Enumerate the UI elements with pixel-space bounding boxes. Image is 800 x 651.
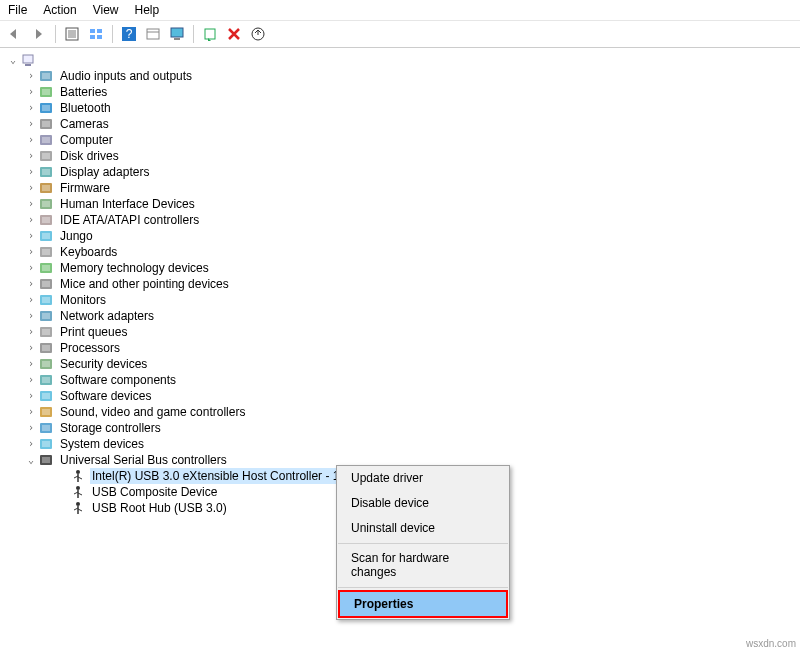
svg-point-70 <box>76 486 80 490</box>
category-icon <box>38 292 54 308</box>
expand-icon[interactable]: › <box>24 308 38 324</box>
tree-item[interactable]: ›Print queues <box>24 324 800 340</box>
svg-rect-35 <box>42 217 50 223</box>
tree-item[interactable]: ›IDE ATA/ATAPI controllers <box>24 212 800 228</box>
tree-item[interactable]: ›Security devices <box>24 356 800 372</box>
action-button[interactable] <box>142 23 164 45</box>
svg-rect-14 <box>23 55 33 63</box>
categories-button[interactable] <box>85 23 107 45</box>
tree-item[interactable]: ›Software devices <box>24 388 800 404</box>
menu-help[interactable]: Help <box>135 3 160 17</box>
tree-item[interactable]: ›Monitors <box>24 292 800 308</box>
expand-icon[interactable]: › <box>24 164 38 180</box>
tree-item[interactable]: ›Human Interface Devices <box>24 196 800 212</box>
usb-icon <box>70 468 86 484</box>
collapse-icon[interactable]: ⌄ <box>6 52 20 68</box>
svg-rect-10 <box>171 28 183 37</box>
expand-icon[interactable]: › <box>24 436 38 452</box>
expand-icon[interactable]: › <box>24 372 38 388</box>
expand-icon[interactable]: › <box>24 68 38 84</box>
update-button[interactable] <box>247 23 269 45</box>
category-icon <box>38 164 54 180</box>
tree-item[interactable]: ›Audio inputs and outputs <box>24 68 800 84</box>
context-properties[interactable]: Properties <box>338 590 508 618</box>
category-icon <box>38 372 54 388</box>
context-scan-hardware[interactable]: Scan for hardware changes <box>337 546 509 585</box>
collapse-icon[interactable]: ⌄ <box>24 452 38 468</box>
view-button[interactable] <box>166 23 188 45</box>
tree-item[interactable]: ›Keyboards <box>24 244 800 260</box>
context-disable-device[interactable]: Disable device <box>337 491 509 516</box>
expand-icon[interactable]: › <box>24 196 38 212</box>
svg-rect-45 <box>42 297 50 303</box>
category-icon <box>38 244 54 260</box>
svg-rect-65 <box>42 457 50 463</box>
expand-icon[interactable]: › <box>24 132 38 148</box>
expand-icon[interactable]: › <box>24 244 38 260</box>
tree-item[interactable]: ›Mice and other pointing devices <box>24 276 800 292</box>
tree-item[interactable]: ›Disk drives <box>24 148 800 164</box>
usb-icon <box>70 484 86 500</box>
tree-item[interactable]: ›Cameras <box>24 116 800 132</box>
tree-item-label: Computer <box>58 132 115 148</box>
scan-button[interactable] <box>199 23 221 45</box>
expand-icon[interactable]: › <box>24 148 38 164</box>
tree-item[interactable]: ›Processors <box>24 340 800 356</box>
tree-item-label: Software components <box>58 372 178 388</box>
help-button[interactable]: ? <box>118 23 140 45</box>
expand-icon[interactable]: › <box>24 388 38 404</box>
category-icon <box>38 196 54 212</box>
expand-icon[interactable]: › <box>24 404 38 420</box>
expand-icon[interactable]: › <box>24 324 38 340</box>
usb-icon <box>70 500 86 516</box>
tree-item[interactable]: ›Computer <box>24 132 800 148</box>
category-icon <box>38 308 54 324</box>
svg-rect-43 <box>42 281 50 287</box>
context-update-driver[interactable]: Update driver <box>337 466 509 491</box>
expand-icon[interactable]: › <box>24 260 38 276</box>
tree-item[interactable]: ›Memory technology devices <box>24 260 800 276</box>
svg-rect-11 <box>174 38 180 40</box>
svg-rect-12 <box>205 29 215 39</box>
expand-icon[interactable]: › <box>24 356 38 372</box>
back-button[interactable] <box>4 23 26 45</box>
category-icon <box>38 340 54 356</box>
tree-item[interactable]: ›Display adapters <box>24 164 800 180</box>
expand-icon[interactable]: › <box>24 212 38 228</box>
expand-icon[interactable]: › <box>24 340 38 356</box>
tree-item-label: Intel(R) USB 3.0 eXtensible Host Control… <box>90 468 369 484</box>
tree-item-label: Network adapters <box>58 308 156 324</box>
expand-icon[interactable]: › <box>24 84 38 100</box>
tree-item[interactable]: ›Bluetooth <box>24 100 800 116</box>
expand-icon[interactable]: › <box>24 276 38 292</box>
tree-item[interactable]: ›System devices <box>24 436 800 452</box>
expand-icon[interactable]: › <box>24 420 38 436</box>
tree-item[interactable]: ›Storage controllers <box>24 420 800 436</box>
forward-button[interactable] <box>28 23 50 45</box>
svg-point-66 <box>76 470 80 474</box>
category-icon <box>38 212 54 228</box>
category-icon <box>38 404 54 420</box>
menu-action[interactable]: Action <box>43 3 76 17</box>
svg-rect-55 <box>42 377 50 383</box>
category-icon <box>38 116 54 132</box>
remove-button[interactable] <box>223 23 245 45</box>
tree-item[interactable]: ›Batteries <box>24 84 800 100</box>
svg-rect-5 <box>97 35 102 39</box>
show-hidden-button[interactable] <box>61 23 83 45</box>
expand-icon[interactable]: › <box>24 100 38 116</box>
tree-item[interactable]: ›Firmware <box>24 180 800 196</box>
tree-item-label: Cameras <box>58 116 111 132</box>
menu-file[interactable]: File <box>8 3 27 17</box>
tree-item[interactable]: ›Sound, video and game controllers <box>24 404 800 420</box>
context-uninstall-device[interactable]: Uninstall device <box>337 516 509 541</box>
tree-item[interactable]: ›Software components <box>24 372 800 388</box>
svg-rect-17 <box>42 73 50 79</box>
expand-icon[interactable]: › <box>24 116 38 132</box>
menu-view[interactable]: View <box>93 3 119 17</box>
expand-icon[interactable]: › <box>24 180 38 196</box>
tree-item[interactable]: ›Jungo <box>24 228 800 244</box>
expand-icon[interactable]: › <box>24 292 38 308</box>
expand-icon[interactable]: › <box>24 228 38 244</box>
tree-item[interactable]: ›Network adapters <box>24 308 800 324</box>
